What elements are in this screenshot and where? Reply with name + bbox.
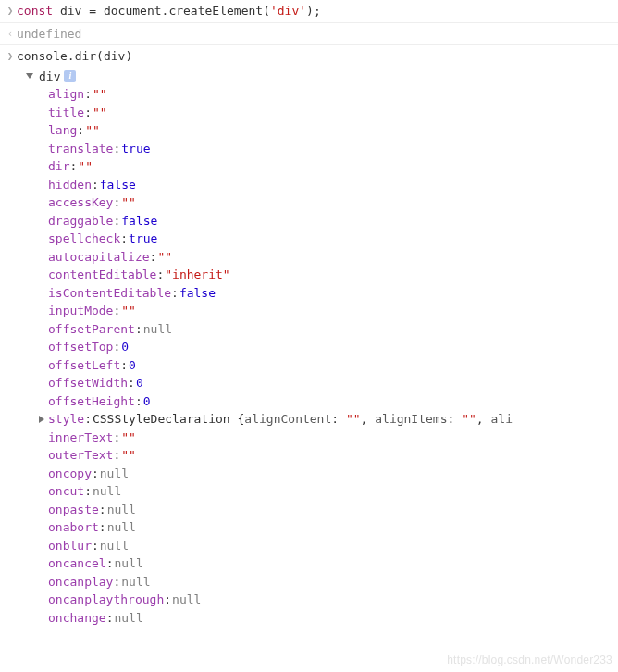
property-list: align: ""title: ""lang: ""translate: tru… (26, 85, 612, 410)
property-value: "" (121, 302, 136, 320)
property-key: hidden (48, 176, 92, 194)
property-key: contentEditable (48, 266, 156, 284)
property-key: translate (48, 140, 113, 158)
property-key: offsetLeft (48, 356, 120, 375)
property-row[interactable]: title: "" (39, 104, 612, 122)
property-key: onpaste (48, 501, 99, 519)
property-key: oncancel (48, 554, 106, 573)
property-row[interactable]: onpaste: null (39, 501, 612, 519)
property-value: null (107, 518, 136, 537)
property-row[interactable]: oncanplay: null (39, 573, 612, 591)
property-row[interactable]: onblur: null (39, 537, 612, 555)
property-value: null (100, 465, 129, 483)
property-row[interactable]: offsetLeft: 0 (39, 356, 612, 375)
object-name: div (39, 68, 60, 86)
property-value: null (100, 537, 129, 555)
property-key: offsetHeight (48, 392, 135, 411)
property-value: false (121, 212, 157, 230)
property-key: outerText (48, 446, 113, 465)
property-value: true (121, 140, 150, 158)
property-row[interactable]: spellcheck: true (39, 230, 612, 248)
property-value: "" (85, 121, 100, 140)
expand-triangle-icon[interactable] (39, 416, 44, 423)
property-value: "" (121, 429, 136, 447)
property-key: oncopy (48, 465, 92, 483)
property-value: "inherit" (165, 266, 229, 284)
property-key: offsetWidth (48, 374, 128, 392)
property-row[interactable]: contentEditable: "inherit" (39, 266, 612, 284)
property-value: "" (78, 157, 93, 176)
property-value: 0 (121, 338, 129, 356)
property-row[interactable]: lang: "" (39, 121, 612, 140)
property-row[interactable]: isContentEditable: false (39, 284, 612, 303)
property-row[interactable]: onabort: null (39, 518, 612, 537)
property-key: title (48, 104, 84, 122)
property-row[interactable]: offsetHeight: 0 (39, 392, 612, 411)
property-row[interactable]: innerText: "" (39, 429, 612, 447)
property-key: autocapitalize (48, 248, 150, 267)
info-icon[interactable]: i (64, 70, 76, 82)
property-value: false (100, 176, 136, 194)
property-key: isContentEditable (48, 284, 171, 303)
property-row[interactable]: draggable: false (39, 212, 612, 230)
property-key: onchange (48, 609, 106, 628)
property-key: accessKey (48, 193, 113, 212)
property-value: true (129, 230, 157, 248)
property-value: null (114, 609, 142, 628)
property-row[interactable]: oncancel: null (39, 554, 612, 573)
property-row[interactable]: inputMode: "" (39, 302, 612, 320)
property-row[interactable]: style: CSSStyleDeclaration {alignContent… (39, 410, 612, 429)
property-key: style (48, 410, 84, 429)
property-row[interactable]: accessKey: "" (39, 193, 612, 212)
property-row[interactable]: oncopy: null (39, 465, 612, 483)
watermark: https://blog.csdn.net/Wonder233 (447, 652, 612, 668)
property-value: 0 (136, 374, 143, 392)
property-key: draggable (48, 212, 113, 230)
property-key: align (48, 85, 84, 104)
property-row[interactable]: hidden: false (39, 176, 612, 194)
property-value: "" (93, 85, 107, 104)
property-value: null (172, 591, 201, 609)
console-input: const div = document.createElement('div'… (17, 2, 612, 20)
expand-triangle-icon[interactable] (26, 73, 33, 79)
undefined-value: undefined (17, 25, 612, 44)
devtools-console: ❯ const div = document.createElement('di… (0, 0, 618, 632)
property-value: null (114, 554, 142, 573)
console-dir-output: div i align: ""title: ""lang: ""translat… (0, 68, 618, 633)
property-row[interactable]: autocapitalize: "" (39, 248, 612, 267)
property-row[interactable]: offsetTop: 0 (39, 338, 612, 356)
property-row[interactable]: translate: true (39, 140, 612, 158)
property-row[interactable]: outerText: "" (39, 446, 612, 465)
property-row[interactable]: oncut: null (39, 482, 612, 501)
property-value: null (143, 320, 172, 339)
property-key: onabort (48, 518, 99, 537)
console-input-row[interactable]: ❯ console.dir(div) (0, 45, 618, 68)
property-key: innerText (48, 429, 113, 447)
property-key: inputMode (48, 302, 113, 320)
property-list: style: CSSStyleDeclaration {alignContent… (26, 410, 612, 429)
property-row[interactable]: offsetParent: null (39, 320, 612, 339)
property-row[interactable]: onchange: null (39, 609, 612, 628)
property-value: 0 (129, 356, 136, 375)
property-value: null (107, 501, 136, 519)
object-header[interactable]: div i (26, 68, 612, 86)
console-output-row: ‹ undefined (0, 23, 618, 46)
property-value: "" (121, 193, 136, 212)
property-value: "" (93, 104, 107, 122)
property-key: dir (48, 157, 69, 176)
property-key: spellcheck (48, 230, 120, 248)
console-input-row[interactable]: ❯ const div = document.createElement('di… (0, 0, 618, 23)
property-value: "" (121, 446, 136, 465)
property-row[interactable]: oncanplaythrough: null (39, 591, 612, 609)
property-value: CSSStyleDeclaration {alignContent: "", a… (93, 410, 513, 429)
property-value: false (179, 284, 216, 303)
property-value: null (121, 573, 150, 591)
property-key: offsetParent (48, 320, 135, 339)
property-key: oncanplaythrough (48, 591, 164, 609)
return-icon: ‹ (4, 25, 17, 43)
property-row[interactable]: offsetWidth: 0 (39, 374, 612, 392)
property-row[interactable]: dir: "" (39, 157, 612, 176)
property-row[interactable]: align: "" (39, 85, 612, 104)
property-value: null (93, 482, 121, 501)
prompt-icon: ❯ (4, 47, 17, 65)
